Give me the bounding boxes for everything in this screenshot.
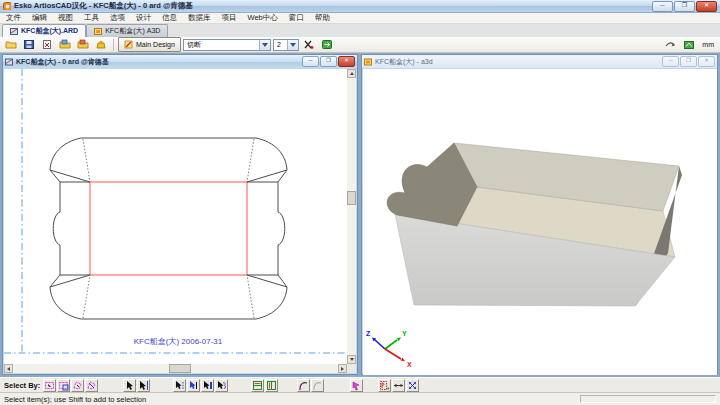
layer-value: 切断 xyxy=(184,40,259,50)
minimize-button[interactable]: ─ xyxy=(652,1,673,12)
menu-item-design[interactable]: 设计 xyxy=(136,13,151,23)
horizontal-scrollbar[interactable] xyxy=(4,364,347,373)
scroll-up-button[interactable] xyxy=(347,69,356,78)
menu-item-edit[interactable]: 编辑 xyxy=(32,13,47,23)
open-button[interactable] xyxy=(3,37,19,52)
document-tabbar: KFC船盒(大).ARD KFC船盒(大) A3D xyxy=(0,24,720,37)
menu-item-options[interactable]: 选项 xyxy=(110,13,125,23)
status-right-panel xyxy=(580,395,716,403)
poly-inside-icon xyxy=(72,380,83,391)
design-catalog-icon xyxy=(95,39,107,50)
select-edge-button[interactable] xyxy=(137,379,150,392)
child-restore-button[interactable]: ❐ xyxy=(320,56,337,67)
tab-ard-design[interactable]: KFC船盒(大).ARD xyxy=(2,24,86,37)
toolbar-separator xyxy=(113,39,114,51)
save-button[interactable] xyxy=(21,37,37,52)
select-flag-button[interactable] xyxy=(350,379,363,392)
cursor-filled-icon xyxy=(188,380,199,391)
scale-diagonal-button[interactable] xyxy=(406,379,419,392)
model-3d-titlebar[interactable]: KFC船盒(大) - a3d ─ ❐ ✕ xyxy=(362,55,717,68)
select-dimensions-button[interactable] xyxy=(201,379,214,392)
select-single-button[interactable] xyxy=(123,379,136,392)
status-bar: Select item(s); use Shift to add to sele… xyxy=(0,392,720,405)
select-arc-disabled-button[interactable] xyxy=(311,379,324,392)
design-2d-titlebar[interactable]: KFC船盒(大) - 0 ard @肯德基 ─ ❐ ✕ xyxy=(3,55,357,68)
cursor-icon xyxy=(124,380,135,391)
menu-item-webcenter[interactable]: Web中心 xyxy=(248,13,278,23)
child-close-button[interactable]: ✕ xyxy=(338,56,355,67)
layer-combobox[interactable]: 切断 xyxy=(183,39,271,51)
menu-item-help[interactable]: 帮助 xyxy=(315,13,330,23)
menu-item-view[interactable]: 视图 xyxy=(58,13,73,23)
rebuild-button[interactable] xyxy=(319,37,335,52)
menu-item-tools[interactable]: 工具 xyxy=(84,13,99,23)
select-arc-button[interactable] xyxy=(297,379,310,392)
child-minimize-button[interactable]: ─ xyxy=(302,56,319,67)
menu-item-database[interactable]: 数据库 xyxy=(188,13,211,23)
design-2d-window: KFC船盒(大) - 0 ard @肯德基 ─ ❐ ✕ xyxy=(2,54,358,375)
import-folder-icon xyxy=(59,39,71,50)
app-icon xyxy=(3,2,11,10)
model-3d-canvas[interactable]: Z Y X xyxy=(363,69,717,375)
menu-item-info[interactable]: 信息 xyxy=(162,13,177,23)
select-rect-touch-button[interactable] xyxy=(57,379,70,392)
select-pointer-group xyxy=(123,379,150,392)
a3d-document-icon xyxy=(94,27,102,35)
axis-z-label: Z xyxy=(366,330,371,337)
menu-item-project[interactable]: 项目 xyxy=(222,13,237,23)
snap-options-button[interactable] xyxy=(663,37,679,52)
main-design-icon xyxy=(124,40,133,49)
rect-touch-icon xyxy=(58,380,69,391)
scroll-right-button[interactable] xyxy=(338,364,347,373)
select-poly-touch-button[interactable] xyxy=(85,379,98,392)
table-column-icon xyxy=(266,380,277,391)
cut-lines xyxy=(50,138,287,319)
close-design-button[interactable] xyxy=(39,37,55,52)
menu-item-file[interactable]: 文件 xyxy=(6,13,21,23)
import-button[interactable] xyxy=(57,37,73,52)
dieline-drawing: KFC船盒(大) 2006-07-31 xyxy=(4,69,349,366)
scale-value: 2 xyxy=(274,41,287,48)
select-lines-button[interactable] xyxy=(173,379,186,392)
tab-a3d-model[interactable]: KFC船盒(大) A3D xyxy=(86,24,168,37)
main-design-button[interactable]: Main Design xyxy=(118,37,181,52)
design-catalog-button[interactable] xyxy=(93,37,109,52)
select-dimension-box-button[interactable] xyxy=(378,379,391,392)
arc-icon xyxy=(298,380,309,391)
scale-dropdown-arrow-icon[interactable] xyxy=(287,40,298,50)
mdi-workspace: KFC船盒(大) - 0 ard @肯德基 ─ ❐ ✕ xyxy=(0,53,720,377)
board-info-button[interactable] xyxy=(681,37,697,52)
select-annotations-button[interactable] xyxy=(215,379,228,392)
menu-item-window[interactable]: 窗口 xyxy=(289,13,304,23)
scroll-down-button[interactable] xyxy=(347,355,356,364)
select-filter-group xyxy=(173,379,228,392)
select-filled-button[interactable] xyxy=(187,379,200,392)
scroll-corner xyxy=(347,364,356,373)
dieline-canvas[interactable]: KFC船盒(大) 2006-07-31 xyxy=(4,69,349,366)
export-folder-icon xyxy=(77,39,89,50)
restore-button[interactable]: ❐ xyxy=(674,1,695,12)
layer-dropdown-arrow-icon[interactable] xyxy=(259,40,270,50)
scale-combobox[interactable]: 2 xyxy=(273,39,299,51)
scroll-left-button[interactable] xyxy=(4,364,13,373)
vscroll-thumb[interactable] xyxy=(347,191,356,205)
design-2d-title: KFC船盒(大) - 0 ard @肯德基 xyxy=(16,57,109,67)
dimension-text-button[interactable] xyxy=(301,37,317,52)
export-button[interactable] xyxy=(75,37,91,52)
select-table-group xyxy=(251,379,278,392)
close-button[interactable]: ✕ xyxy=(696,1,717,12)
axis-y-label: Y xyxy=(402,330,407,337)
child-close-button[interactable]: ✕ xyxy=(698,56,715,67)
child-minimize-button[interactable]: ─ xyxy=(662,56,679,67)
select-table-row-button[interactable] xyxy=(251,379,264,392)
rebuild-icon xyxy=(321,39,333,50)
rect-inside-icon xyxy=(44,380,55,391)
cursor-lines-icon xyxy=(174,380,185,391)
select-poly-inside-button[interactable] xyxy=(71,379,84,392)
select-table-column-button[interactable] xyxy=(265,379,278,392)
select-rect-inside-button[interactable] xyxy=(43,379,56,392)
stretch-horizontal-button[interactable] xyxy=(392,379,405,392)
child-restore-button[interactable]: ❐ xyxy=(680,56,697,67)
vertical-scrollbar[interactable] xyxy=(347,69,356,364)
hscroll-thumb[interactable] xyxy=(169,364,191,373)
